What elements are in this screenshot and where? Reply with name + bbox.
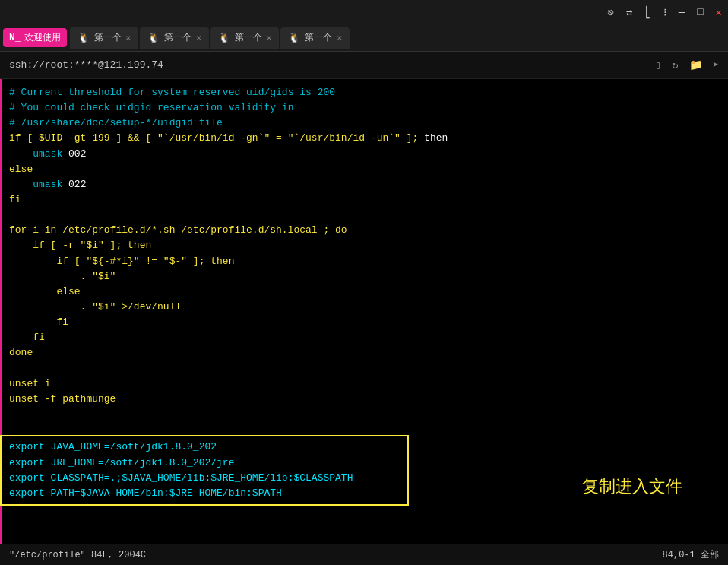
term-line-8: fi [9,192,719,208]
term-line-10: if [ -r "$i" ]; then [9,238,719,253]
tux-icon-2: 🐧 [147,32,160,44]
title-bar: ⎋ ⇄ ⎣ ⁝ — □ ✕ [0,0,728,24]
status-bar: "/etc/profile" 84L, 2004C 84,0-1 全部 [0,544,728,565]
term-line-12: . "$i" [9,269,719,284]
term-line-3: # /usr/share/doc/setup-*/uidgid file [9,116,719,131]
export-line-1: export JAVA_HOME=/soft/jdk1.8.0_202 [9,440,400,455]
tab-3-label: 第一个 [235,31,262,44]
tab-2-label: 第一个 [164,31,191,44]
tab-bar: N_ 欢迎使用 🐧 第一个 ✕ 🐧 第一个 ✕ 🐧 第一个 ✕ 🐧 第一个 ✕ [0,24,728,52]
term-line-2: # You could check uidgid reservation val… [9,100,719,116]
term-line-13: else [9,284,719,300]
swap-icon[interactable]: ⇄ [626,6,632,19]
new-tab-letter: N_ [9,32,21,43]
term-line-11: if [ "${-#*i}" != "$-" ]; then [9,254,719,269]
refresh-icon[interactable]: ↻ [672,59,678,71]
term-line-14: . "$i" >/dev/null [9,300,719,315]
window-controls: ⎋ ⇄ ⎣ ⁝ — □ ✕ [607,6,722,19]
tux-icon-3: 🐧 [218,32,230,44]
tab-4[interactable]: 🐧 第一个 ✕ [280,27,350,49]
tab-1[interactable]: 🐧 第一个 ✕ [70,27,139,49]
border-icon[interactable]: ⎣ [644,6,650,19]
tab-3-close[interactable]: ✕ [267,33,272,43]
new-tab[interactable]: N_ 欢迎使用 [3,28,67,47]
term-line-18: unset i [9,376,719,392]
pin-icon[interactable]: ⎋ [607,6,613,19]
address-text[interactable]: ssh://root:****@121.199.74 [9,59,655,71]
address-actions: ▯ ↻ 📁 ➤ [655,59,719,71]
status-left: "/etc/profile" 84L, 2004C [9,550,146,560]
term-line-blank1 [9,208,719,223]
folder-icon[interactable]: 📁 [689,59,702,71]
export-line-3: export CLASSPATH=.;$JAVA_HOME/lib:$JRE_H… [9,471,400,486]
term-line-1: # Current threshold for system reserved … [9,85,719,100]
tux-icon-1: 🐧 [78,32,90,44]
maximize-icon[interactable]: □ [697,6,703,18]
term-line-4: if [ $UID -gt 199 ] && [ "`/usr/bin/id -… [9,131,719,146]
tab-3[interactable]: 🐧 第一个 ✕ [210,27,280,49]
status-right: 84,0-1 全部 [663,548,719,561]
address-bar: ssh://root:****@121.199.74 ▯ ↻ 📁 ➤ [0,52,728,79]
term-line-19: unset -f pathmunge [9,392,719,407]
term-line-16: fi [9,330,719,345]
grid-icon[interactable]: ⁝ [663,6,666,19]
highlight-block: export JAVA_HOME=/soft/jdk1.8.0_202 expo… [0,435,409,506]
term-line-15: fi [9,315,719,330]
close-icon[interactable]: ✕ [716,6,722,19]
tab-2-close[interactable]: ✕ [196,33,201,43]
annotation-text: 复制进入文件 [582,475,682,498]
send-icon[interactable]: ➤ [713,59,719,71]
term-line-17: done [9,345,719,360]
tab-4-close[interactable]: ✕ [337,33,342,43]
terminal: # Current threshold for system reserved … [0,79,728,544]
term-line-6: else [9,162,719,177]
tab-4-label: 第一个 [305,31,332,44]
tab-1-close[interactable]: ✕ [126,33,131,43]
minimize-icon[interactable]: — [679,6,685,18]
term-line-blank2 [9,361,719,376]
tux-icon-4: 🐧 [288,32,300,44]
term-line-7: umask 022 [9,177,719,192]
export-line-2: export JRE_HOME=/soft/jdk1.8.0_202/jre [9,455,400,471]
new-tab-label: 欢迎使用 [24,31,61,44]
tab-1-label: 第一个 [94,31,122,44]
tab-2[interactable]: 🐧 第一个 ✕ [140,27,209,49]
export-line-4: export PATH=$JAVA_HOME/bin:$JRE_HOME/bin… [9,486,400,501]
copy-icon[interactable]: ▯ [655,59,661,71]
term-line-9: for i in /etc/profile.d/*.sh /etc/profil… [9,223,719,238]
term-line-5: umask 002 [9,147,719,162]
